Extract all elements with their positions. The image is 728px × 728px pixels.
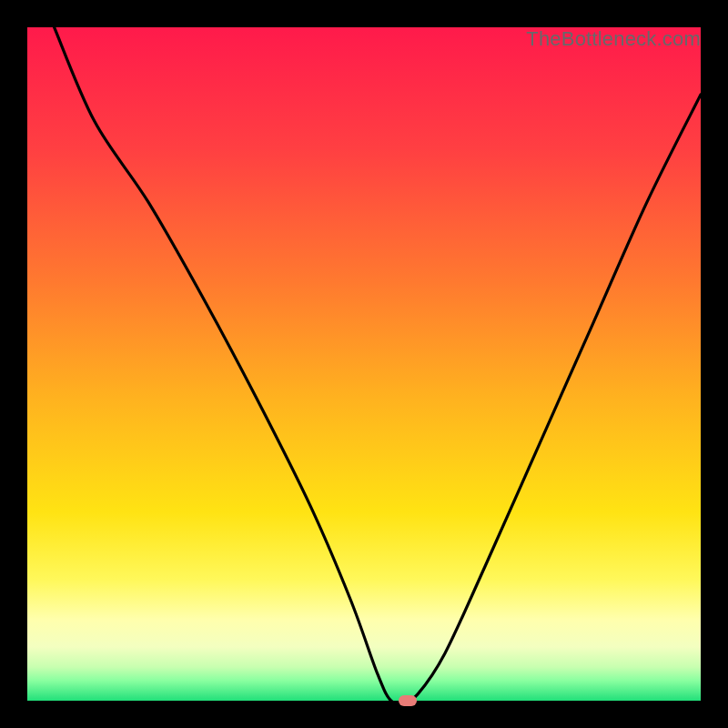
chart-frame: TheBottleneck.com: [0, 0, 728, 728]
gradient-background: [27, 27, 701, 701]
watermark-text: TheBottleneck.com: [526, 27, 701, 51]
plot-area: [27, 27, 701, 701]
chart-svg: [27, 27, 701, 701]
optimal-point-marker: [399, 695, 417, 706]
